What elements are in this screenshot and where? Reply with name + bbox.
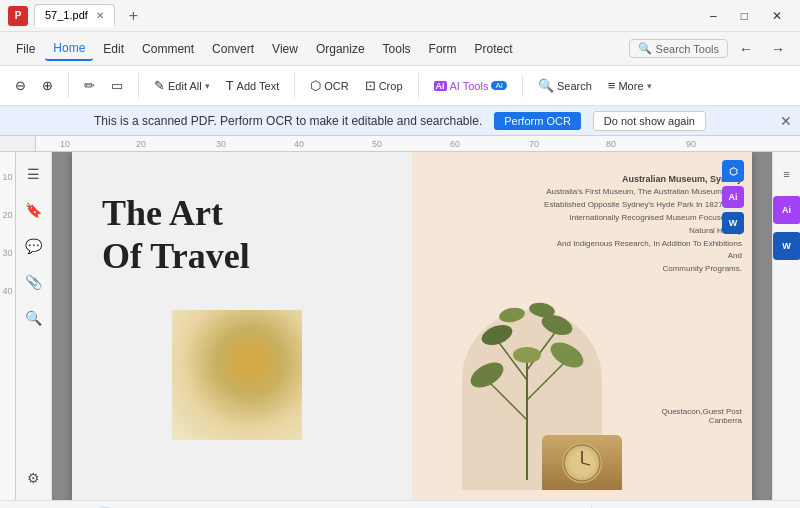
- ruler-mark-8: 90: [686, 139, 696, 149]
- ruler-mark-3: 40: [294, 139, 304, 149]
- right-panel-ai-icon[interactable]: Ai: [773, 196, 801, 224]
- pdf-title: The Art Of Travel: [102, 192, 250, 278]
- search-tools-label: Search Tools: [656, 43, 719, 55]
- add-text-button[interactable]: T Add Text: [219, 73, 287, 98]
- more-button[interactable]: ≡ More ▾: [601, 73, 659, 98]
- edit-all-button[interactable]: ✎ Edit All ▾: [147, 73, 217, 98]
- notification-message: This is a scanned PDF. Perform OCR to ma…: [94, 114, 482, 128]
- back-button[interactable]: ←: [732, 36, 760, 62]
- sidebar-icon-comment[interactable]: 💬: [20, 232, 48, 260]
- edit-all-label: Edit All: [168, 80, 202, 92]
- app-icon: P: [8, 6, 28, 26]
- ruler-mark-4: 50: [372, 139, 382, 149]
- svg-point-6: [546, 337, 587, 372]
- tab-close-button[interactable]: ✕: [96, 10, 104, 21]
- close-button[interactable]: ✕: [762, 9, 792, 23]
- museum-desc3: Internationally Recognised Museum Focuse…: [542, 212, 742, 238]
- ruler-corner: [0, 136, 36, 152]
- ocr-button[interactable]: ⬡ OCR: [303, 73, 355, 98]
- crop-icon: ⊡: [365, 78, 376, 93]
- annotation-group: ✏ ▭: [77, 73, 139, 98]
- title-bar: P 57_1.pdf ✕ + – □ ✕: [0, 0, 800, 32]
- minimize-button[interactable]: –: [700, 9, 727, 23]
- left-area: 10 20 30 40 ☰ 🔖 💬 📎 🔍 ⚙: [0, 152, 52, 500]
- sidebar-icon-bookmark[interactable]: 🔖: [20, 196, 48, 224]
- search-icon: 🔍: [538, 78, 554, 93]
- window-controls: – □ ✕: [700, 9, 792, 23]
- search-tools-bar[interactable]: 🔍 Search Tools: [629, 39, 728, 58]
- questacon-caption: Questacon,Guest Post Canberra: [662, 407, 743, 425]
- menu-tools[interactable]: Tools: [375, 38, 419, 60]
- ruler-v-mark-20: 20: [2, 210, 12, 220]
- ruler-mark-1: 20: [136, 139, 146, 149]
- menu-bar: File Home Edit Comment Convert View Orga…: [0, 32, 800, 66]
- sidebar-icon-menu[interactable]: ☰: [20, 160, 48, 188]
- ocr-group: ⬡ OCR ⊡ Crop: [303, 73, 418, 98]
- rect-button[interactable]: ▭: [104, 73, 130, 98]
- ai-group: AI AI Tools AI: [427, 75, 524, 97]
- add-text-label: Add Text: [237, 80, 280, 92]
- ruler-mark-5: 60: [450, 139, 460, 149]
- ruler-v-mark-10: 10: [2, 172, 12, 182]
- museum-description: Australian Museum, Sydney Australia's Fi…: [542, 172, 742, 276]
- ruler-v-mark-30: 30: [2, 248, 12, 258]
- zoom-in-icon: ⊕: [42, 78, 53, 93]
- sidebar-icon-settings[interactable]: ⚙: [20, 464, 48, 492]
- document-tab[interactable]: 57_1.pdf ✕: [34, 4, 115, 27]
- pdf-title-line1: The Art: [102, 193, 223, 233]
- pdf-right-half: Australian Museum, Sydney Australia's Fi…: [412, 152, 752, 500]
- vertical-ruler: 10 20 30 40: [0, 152, 16, 500]
- menu-convert[interactable]: Convert: [204, 38, 262, 60]
- toolbar: ⊖ ⊕ ✏ ▭ ✎ Edit All ▾ T Add Text ⬡ OCR ⊡ …: [0, 66, 800, 106]
- zoom-out-button[interactable]: ⊖: [8, 73, 33, 98]
- left-sidebar: ☰ 🔖 💬 📎 🔍 ⚙: [16, 152, 52, 500]
- zoom-in-button[interactable]: ⊕: [35, 73, 60, 98]
- ruler-mark-6: 70: [529, 139, 539, 149]
- menu-view[interactable]: View: [264, 38, 306, 60]
- questacon-name: Questacon,Guest Post: [662, 407, 743, 416]
- pdf-canvas: The Art Of Travel Australian Museum, Syd…: [52, 152, 772, 500]
- perform-ocr-button[interactable]: Perform OCR: [494, 112, 581, 130]
- notification-close-button[interactable]: ✕: [780, 113, 792, 129]
- ruler-mark-0: 10: [60, 139, 70, 149]
- menu-organize[interactable]: Organize: [308, 38, 373, 60]
- ruler-mark-7: 80: [606, 139, 616, 149]
- maximize-button[interactable]: □: [731, 9, 758, 23]
- sidebar-icon-attachment[interactable]: 📎: [20, 268, 48, 296]
- new-badge: AI: [491, 81, 507, 90]
- pdf-title-line2: Of Travel: [102, 236, 250, 276]
- clock-image: [542, 435, 622, 490]
- svg-line-1: [487, 380, 527, 420]
- menu-comment[interactable]: Comment: [134, 38, 202, 60]
- svg-point-5: [466, 357, 507, 392]
- svg-point-10: [498, 306, 526, 324]
- edit-icon: ✎: [154, 78, 165, 93]
- crop-button[interactable]: ⊡ Crop: [358, 73, 410, 98]
- flower-image: [172, 310, 302, 440]
- museum-desc1: Australia's First Museum, The Australian…: [542, 186, 742, 199]
- right-panel-word-icon[interactable]: W: [773, 232, 801, 260]
- edit-dropdown-icon: ▾: [205, 81, 210, 91]
- clock-face: [562, 443, 602, 483]
- status-bar-right: ◀ 1 / 1 ▶ ⊖ ⊕ 29% ⊞ ⛶: [516, 505, 788, 509]
- sidebar-icon-search[interactable]: 🔍: [20, 304, 48, 332]
- highlight-button[interactable]: ✏: [77, 73, 102, 98]
- status-bar: 90.31 x 50.8 cm 📄 ↗ ◀ 1 / 1 ▶ ⊖ ⊕ 29% ⊞ …: [0, 500, 800, 508]
- ruler-v-mark-40: 40: [2, 286, 12, 296]
- more-dropdown-icon: ▾: [647, 81, 652, 91]
- status-divider: [591, 505, 592, 509]
- dismiss-notification-button[interactable]: Do not show again: [593, 111, 706, 131]
- forward-button[interactable]: →: [764, 36, 792, 62]
- menu-form[interactable]: Form: [421, 38, 465, 60]
- menu-edit[interactable]: Edit: [95, 38, 132, 60]
- add-tab-button[interactable]: +: [121, 3, 146, 29]
- svg-line-14: [582, 463, 590, 465]
- zoom-out-icon: ⊖: [15, 78, 26, 93]
- right-panel-settings-icon[interactable]: ≡: [773, 160, 801, 188]
- search-button[interactable]: 🔍 Search: [531, 73, 599, 98]
- ai-tools-button[interactable]: AI AI Tools AI: [427, 75, 515, 97]
- menu-file[interactable]: File: [8, 38, 43, 60]
- menu-protect[interactable]: Protect: [467, 38, 521, 60]
- menu-home[interactable]: Home: [45, 37, 93, 61]
- ocr-label: OCR: [324, 80, 348, 92]
